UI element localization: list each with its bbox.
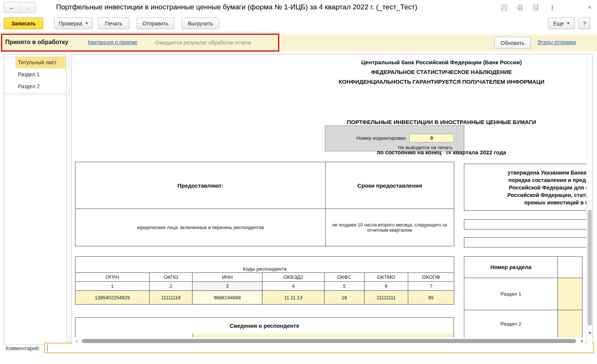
codes-number-cell: 6 <box>364 282 408 291</box>
correction-note: Не выводится на печать <box>398 145 453 150</box>
receipt-link[interactable]: Квитанция о приеме <box>88 39 138 45</box>
codes-number-cell: 1 <box>76 282 150 291</box>
section-2-value-cell[interactable] <box>558 310 582 338</box>
codes-number-cell: 7 <box>408 282 454 291</box>
back-arrow-icon: ← <box>8 3 15 12</box>
print-icon[interactable] <box>516 4 524 11</box>
sidebar-item-title-page[interactable]: Титульный лист <box>15 56 66 68</box>
forward-arrow-icon: → <box>24 3 31 12</box>
okfs-value-cell[interactable]: 16 <box>324 291 364 305</box>
back-button[interactable]: ← <box>4 2 20 13</box>
codes-header-cell: ИНН <box>193 273 262 282</box>
provide-table: Предоставляют: Сроки предоставления юрид… <box>75 162 454 246</box>
correction-panel: Номер корректировки 0 Не выводится на пе… <box>325 126 464 151</box>
codes-header-cell: ОКПО <box>150 273 193 282</box>
more-commands-icon[interactable]: ⋮ <box>548 4 556 11</box>
sidebar-item-section-1[interactable]: Раздел 1 <box>15 68 66 80</box>
scroll-left-icon[interactable] <box>76 340 77 343</box>
deadline-header-cell: Сроки предоставления <box>326 162 454 209</box>
section-number-table: Номер раздела Раздел 1 Раздел 2 <box>464 256 582 338</box>
section-1-cell: Раздел 1 <box>464 278 558 310</box>
section-1-value-cell[interactable] <box>558 278 582 310</box>
codes-number-cell: 4 <box>262 282 324 291</box>
oktmo-value-cell[interactable]: 11111111 <box>364 291 408 305</box>
org-line: КОНФИДЕНЦИАЛЬНОСТЬ ГАРАНТИРУЕТСЯ ПОЛУЧАТ… <box>221 77 593 87</box>
inn-value-cell[interactable]: 9688194888 <box>193 291 262 305</box>
codes-number-cell: 2 <box>150 282 193 291</box>
correction-number-input[interactable]: 0 <box>409 134 454 142</box>
horizontal-scroll-thumb[interactable] <box>82 339 576 343</box>
print-button[interactable]: Печать <box>98 18 129 29</box>
org-line: ФЕДЕРАЛЬНОЕ СТАТИСТИЧЕСКОЕ НАБЛЮДЕНИЕ <box>221 67 593 77</box>
sidebar-item-section-2[interactable]: Раздел 2 <box>15 80 66 92</box>
chevron-down-icon <box>85 22 88 24</box>
codes-header-cell: ОКФС <box>324 273 364 282</box>
respondent-codes-table: Коды респондента ОГРН ОКПО ИНН ОКВЭД2 ОК… <box>75 256 454 305</box>
codes-number-cell: 5 <box>324 282 364 291</box>
save-button[interactable]: Записать <box>4 18 43 29</box>
section-header-empty-cell <box>558 257 582 278</box>
scroll-right-icon[interactable] <box>581 340 583 343</box>
close-icon[interactable]: ✕ <box>586 4 593 11</box>
codes-header-cell: ОКТМО <box>364 273 408 282</box>
window-icons: ⋮ ✕ <box>500 4 593 11</box>
section-number-header-cell: Номер раздела <box>464 257 558 278</box>
okopf-value-cell[interactable]: 65 <box>408 291 454 305</box>
send-stages-link[interactable]: Этапы отправки <box>537 39 576 45</box>
approved-line: Российской Федерации, статистики вне <box>464 191 593 199</box>
send-status-bar: Принято в обработку Квитанция о приеме О… <box>0 34 597 51</box>
respondent-info-header: Сведения о респонденте <box>75 317 454 334</box>
sidebar-stripe <box>4 92 66 95</box>
comment-label: Комментарий: <box>6 345 40 351</box>
approved-line: прямых инвестиций в Росс <box>464 199 593 206</box>
approved-line: утверждена Указанием Банка России от <box>464 169 593 176</box>
approved-line: Российской Федерации для составлен <box>464 184 593 191</box>
org-line: Центральный банк Российской Федерации (Б… <box>221 58 593 67</box>
approved-by-box: утверждена Указанием Банка России от пор… <box>464 164 593 211</box>
approved-line: порядка составления и предоставлени <box>464 176 593 184</box>
codes-header-cell: ОГРН <box>76 273 150 282</box>
text-cursor <box>47 345 47 351</box>
form-org-header: Центральный банк Российской Федерации (Б… <box>221 58 593 87</box>
status-text: Принято в обработку <box>5 39 68 46</box>
find-icon[interactable] <box>532 4 540 11</box>
provide-value-cell: юридические лица, включенные в перечень … <box>76 209 326 246</box>
scroll-down-icon[interactable] <box>588 332 591 334</box>
refresh-button[interactable]: Обновить <box>494 37 531 49</box>
chevron-down-icon <box>567 22 570 24</box>
deadline-value-cell: не позднее 10 числа второго месяца, след… <box>326 209 454 246</box>
forward-button[interactable]: → <box>20 2 36 13</box>
codes-title-cell: Коды респондента <box>76 257 454 273</box>
save-icon[interactable] <box>500 4 508 11</box>
more-button[interactable]: Еще <box>548 18 575 29</box>
codes-header-cell: ОКОПФ <box>408 273 454 282</box>
codes-header-cell: ОКВЭД2 <box>262 273 324 282</box>
send-button[interactable]: Отправить <box>137 18 174 29</box>
sections-sidebar: Титульный лист Раздел 1 Раздел 2 <box>4 54 67 345</box>
page-title: Портфельные инвестиции в иностранные цен… <box>56 3 417 11</box>
correction-label: Номер корректировки <box>356 135 406 141</box>
provide-header-cell: Предоставляют: <box>76 162 326 209</box>
okpo-value-cell[interactable]: 11111116 <box>150 291 193 305</box>
pending-result-text: Ожидается результат обработки отчета <box>155 40 251 46</box>
nav-history-group: ← → <box>4 2 36 13</box>
empty-field-box <box>464 237 593 247</box>
export-button[interactable]: Выгрузить <box>182 18 219 29</box>
empty-field-box <box>464 219 593 229</box>
section-2-cell: Раздел 2 <box>464 310 558 338</box>
form-content-area: Центральный банк Российской Федерации (Б… <box>71 54 593 345</box>
ogrn-value-cell[interactable]: 1385402254929 <box>76 291 150 305</box>
vertical-scrollbar[interactable] <box>586 55 593 345</box>
vertical-scroll-thumb[interactable] <box>588 210 592 326</box>
check-button[interactable]: Проверка <box>54 18 93 29</box>
horizontal-scrollbar[interactable] <box>72 337 585 345</box>
help-button[interactable]: ? <box>579 18 590 29</box>
okved2-value-cell[interactable]: 11.11.13 <box>262 291 324 305</box>
codes-number-cell: 3 <box>193 282 262 291</box>
pane-splitter[interactable] <box>69 54 69 345</box>
